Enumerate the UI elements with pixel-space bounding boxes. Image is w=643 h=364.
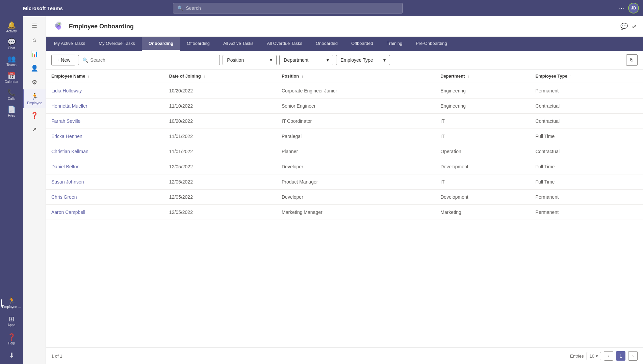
app-sidebar-home[interactable]: ⌂ — [23, 33, 46, 47]
topbar-search-box[interactable]: 🔍 — [173, 3, 403, 13]
cell-employee-name[interactable]: Lidia Holloway — [46, 83, 164, 99]
entries-select[interactable]: 10 ▾ — [587, 352, 601, 360]
cell-employee-name[interactable]: Ericka Hennen — [46, 129, 164, 144]
sidebar-item-calls[interactable]: 📞 Calls — [0, 86, 23, 103]
current-page-button[interactable]: 1 — [616, 351, 625, 361]
department-sort-icon: ↑ — [467, 74, 469, 78]
more-options-button[interactable]: ··· — [619, 5, 624, 12]
col-header-department[interactable]: Department ↑ — [435, 69, 530, 83]
app-sidebar-people[interactable]: 👤 — [23, 61, 46, 75]
tab-onboarding[interactable]: Onboarding — [142, 37, 180, 51]
table-row[interactable]: Lidia Holloway 10/20/2022 Corporate Engi… — [46, 83, 643, 99]
sidebar-item-files[interactable]: 📄 Files — [0, 103, 23, 120]
department-filter[interactable]: Department ▾ — [279, 55, 333, 65]
employee-type-sort-icon: ↑ — [570, 74, 572, 78]
col-header-position[interactable]: Position ↑ — [276, 69, 435, 83]
app-sidebar-question[interactable]: ❓ — [23, 108, 46, 122]
sidebar-item-download[interactable]: ⬇ — [1, 349, 22, 361]
cell-employee-name[interactable]: Farrah Seville — [46, 114, 164, 129]
position-sort-icon: ↑ — [302, 74, 304, 78]
sidebar-label-calendar: Calendar — [5, 80, 19, 84]
teams-sidebar: 🔔 Activity 💬 Chat 👥 Teams 📅 Calendar 📞 C… — [0, 16, 23, 364]
cell-department: Engineering — [435, 99, 530, 114]
app-sidebar-employee[interactable]: 🏃 Employee — [23, 89, 46, 108]
cell-employee-name[interactable]: Susan Johnson — [46, 174, 164, 190]
search-box[interactable]: 🔍 — [78, 55, 220, 65]
refresh-button[interactable]: ↻ — [626, 54, 638, 66]
new-button[interactable]: + New — [51, 55, 75, 65]
home-icon: ⌂ — [32, 36, 36, 44]
cell-doj: 11/01/2022 — [164, 129, 276, 144]
cell-employee-type: Contractual — [530, 114, 643, 129]
app-sidebar-hamburger[interactable]: ☰ — [23, 19, 46, 33]
tab-all-active-tasks[interactable]: All Active Tasks — [216, 37, 260, 51]
expand-icon[interactable]: ⤢ — [632, 23, 636, 30]
col-header-employee-type[interactable]: Employee Type ↑ — [530, 69, 643, 83]
table-row[interactable]: Christian Kellman 11/01/2022 Planner Ope… — [46, 144, 643, 159]
cell-position: Senior Engineer — [276, 99, 435, 114]
col-header-doj[interactable]: Date of Joining ↑ — [164, 69, 276, 83]
table-row[interactable]: Susan Johnson 12/05/2022 Product Manager… — [46, 174, 643, 190]
tab-pre-onboarding[interactable]: Pre-Onboarding — [409, 37, 454, 51]
next-page-button[interactable]: › — [628, 351, 638, 361]
app-header-left: Employee Onboarding — [53, 20, 134, 32]
cell-employee-name[interactable]: Christian Kellman — [46, 144, 164, 159]
position-filter[interactable]: Position ▾ — [223, 55, 277, 65]
cell-position: Corporate Engineer Junior — [276, 83, 435, 99]
app-sidebar-chart[interactable]: 📊 — [23, 47, 46, 61]
sidebar-label-activity: Activity — [6, 29, 17, 33]
toolbar: + New 🔍 Position ▾ Department ▾ Employee… — [46, 51, 643, 69]
gear-icon: ⚙ — [32, 79, 37, 86]
cell-position: Paralegal — [276, 129, 435, 144]
cell-employee-name[interactable]: Aaron Campbell — [46, 205, 164, 220]
search-icon: 🔍 — [82, 57, 88, 63]
cell-position: Product Manager — [276, 174, 435, 190]
employee-type-chevron-icon: ▾ — [383, 57, 386, 63]
table-row[interactable]: Henrietta Mueller 11/10/2022 Senior Engi… — [46, 99, 643, 114]
tab-my-active-tasks[interactable]: My Active Tasks — [47, 37, 92, 51]
cell-department: Development — [435, 190, 530, 205]
sidebar-item-calendar[interactable]: 📅 Calendar — [0, 69, 23, 86]
tab-my-overdue-tasks[interactable]: My Overdue Tasks — [92, 37, 142, 51]
employee-type-filter[interactable]: Employee Type ▾ — [336, 55, 390, 65]
cell-employee-name[interactable]: Chris Green — [46, 190, 164, 205]
refresh-icon: ↻ — [630, 57, 634, 63]
cell-employee-type: Permanent — [530, 83, 643, 99]
col-header-name[interactable]: Employee Name ↑ — [46, 69, 164, 83]
sidebar-item-help[interactable]: ❓ Help — [1, 331, 22, 348]
tab-all-overdue-tasks[interactable]: All Overdue Tasks — [260, 37, 309, 51]
main-layout: 🔔 Activity 💬 Chat 👥 Teams 📅 Calendar 📞 C… — [0, 16, 643, 364]
tab-onboarded[interactable]: Onboarded — [309, 37, 344, 51]
tab-offboarding[interactable]: Offboarding — [180, 37, 216, 51]
sidebar-item-teams[interactable]: 👥 Teams — [0, 53, 23, 69]
table-row[interactable]: Aaron Campbell 12/05/2022 Marketing Mana… — [46, 205, 643, 220]
help-icon: ❓ — [7, 334, 16, 340]
sidebar-item-employee[interactable]: 🏃 Employee ... — [1, 295, 22, 311]
app-sidebar: ☰ ⌂ 📊 👤 ⚙ 🏃 Employee ❓ ↗ — [23, 16, 46, 364]
doj-sort-icon: ↑ — [203, 74, 205, 78]
table-row[interactable]: Daniel Belton 12/05/2022 Developer Devel… — [46, 159, 643, 174]
table-row[interactable]: Chris Green 12/05/2022 Developer Develop… — [46, 190, 643, 205]
prev-page-button[interactable]: ‹ — [604, 351, 613, 361]
search-input[interactable] — [90, 57, 215, 63]
user-avatar[interactable]: JD — [628, 3, 639, 13]
chat-icon: 💬 — [7, 38, 16, 45]
tab-training[interactable]: Training — [380, 37, 409, 51]
cell-employee-name[interactable]: Daniel Belton — [46, 159, 164, 174]
tab-offboarded[interactable]: Offboarded — [344, 37, 380, 51]
department-chevron-icon: ▾ — [327, 57, 329, 63]
calls-icon: 📞 — [7, 89, 16, 96]
sidebar-item-activity[interactable]: 🔔 Activity — [0, 19, 23, 36]
table-row[interactable]: Farrah Seville 10/20/2022 IT Coordinator… — [46, 114, 643, 129]
sidebar-item-chat[interactable]: 💬 Chat — [0, 36, 23, 53]
app-sidebar-settings[interactable]: ⚙ — [23, 75, 46, 89]
search-icon: 🔍 — [177, 5, 183, 11]
cell-employee-name[interactable]: Henrietta Mueller — [46, 99, 164, 114]
topbar-search-input[interactable] — [186, 5, 398, 11]
cell-position: Developer — [276, 159, 435, 174]
chat-bubble-icon[interactable]: 💬 — [620, 23, 628, 30]
cell-employee-type: Contractual — [530, 99, 643, 114]
app-sidebar-share[interactable]: ↗ — [23, 122, 46, 137]
table-row[interactable]: Ericka Hennen 11/01/2022 Paralegal IT Fu… — [46, 129, 643, 144]
sidebar-item-apps[interactable]: ⊞ Apps — [1, 313, 22, 330]
